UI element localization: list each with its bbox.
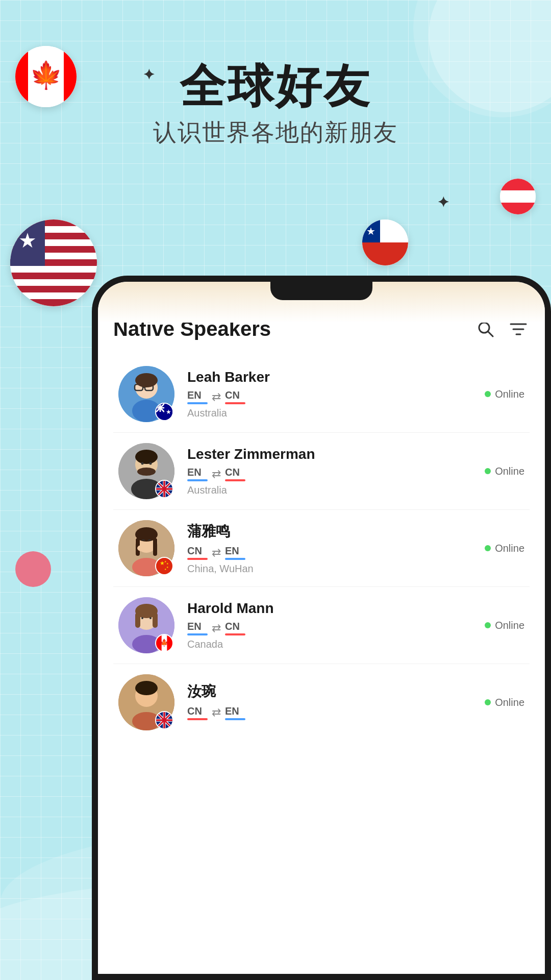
lang-arrow-icon: ⇄ xyxy=(212,622,221,635)
flag-usa: ★ xyxy=(10,219,97,306)
svg-point-77 xyxy=(149,617,152,619)
online-dot xyxy=(485,622,491,628)
deco-pink-circle xyxy=(15,551,51,587)
lang-line-from xyxy=(187,718,208,720)
svg-rect-9 xyxy=(10,273,97,279)
user-item[interactable]: ★ Leah Barker EN ⇄ xyxy=(113,356,530,433)
screen-content: Native Speakers xyxy=(98,282,545,974)
status-label: Online xyxy=(495,388,524,400)
svg-rect-74 xyxy=(153,612,158,628)
svg-point-32 xyxy=(135,373,158,387)
lang-line-to xyxy=(225,718,245,720)
user-location: China, WuHan xyxy=(187,563,485,575)
user-name: Lester Zimmerman xyxy=(187,446,485,462)
svg-point-47 xyxy=(149,462,152,465)
lang-line-from xyxy=(187,633,208,635)
user-name: 蒲雅鸣 xyxy=(187,522,485,541)
svg-rect-10 xyxy=(10,286,97,292)
lang-to: CN xyxy=(225,467,240,478)
online-dot xyxy=(485,545,491,551)
avatar-container xyxy=(118,674,174,730)
svg-point-76 xyxy=(141,617,143,619)
svg-point-62 xyxy=(137,545,145,551)
svg-rect-61 xyxy=(153,538,157,556)
user-info: 汝琬 CN ⇄ EN xyxy=(187,682,485,723)
lang-line-to xyxy=(225,633,245,635)
status-label: Online xyxy=(495,697,524,708)
sub-title: 认识世界各地的新朋友 xyxy=(0,117,551,149)
online-dot xyxy=(485,699,491,705)
flag-austria xyxy=(500,179,536,214)
online-status: Online xyxy=(485,388,524,400)
lang-from: EN xyxy=(187,389,202,401)
lang-to: EN xyxy=(225,705,239,717)
lang-from: EN xyxy=(187,467,202,478)
avatar-flag xyxy=(155,480,173,498)
status-label: Online xyxy=(495,465,524,477)
user-info: Leah Barker EN ⇄ CN Au xyxy=(187,369,485,419)
online-dot xyxy=(485,391,491,397)
online-dot xyxy=(485,468,491,474)
hero-section: 全球好友 认识世界各地的新朋友 xyxy=(0,61,551,149)
status-label: Online xyxy=(495,543,524,554)
user-info: 蒲雅鸣 CN ⇄ EN China, WuH xyxy=(187,522,485,575)
phone-screen: Native Speakers xyxy=(98,282,545,974)
user-location: Australia xyxy=(187,484,485,496)
avatar-container xyxy=(118,443,174,499)
online-status: Online xyxy=(485,620,524,631)
avatar-flag: 🍁 xyxy=(155,634,173,652)
online-status: Online xyxy=(485,543,524,554)
user-item[interactable]: ★ ★ ★ ★ ★ 蒲雅鸣 CN xyxy=(113,510,530,587)
user-location: Canada xyxy=(187,639,485,650)
lang-arrow-icon: ⇄ xyxy=(212,706,221,719)
lang-arrow-icon: ⇄ xyxy=(212,468,221,481)
lang-row: EN ⇄ CN xyxy=(187,467,485,481)
lang-row: CN ⇄ EN xyxy=(187,545,485,560)
lang-line-to xyxy=(225,558,245,560)
lang-line-from xyxy=(187,479,208,481)
avatar-container: ★ xyxy=(118,366,174,422)
lang-line-from xyxy=(187,402,208,404)
lang-arrow-icon: ⇄ xyxy=(212,546,221,559)
phone-frame: Native Speakers xyxy=(92,276,551,980)
user-item[interactable]: Lester Zimmerman EN ⇄ CN xyxy=(113,433,530,510)
user-info: Lester Zimmerman EN ⇄ CN xyxy=(187,446,485,496)
svg-point-43 xyxy=(137,468,156,476)
online-status: Online xyxy=(485,697,524,708)
user-name: Harold Mann xyxy=(187,600,485,617)
lang-arrow-icon: ⇄ xyxy=(212,390,221,404)
lang-line-to xyxy=(225,479,245,481)
lang-row: EN ⇄ CN xyxy=(187,621,485,635)
online-status: Online xyxy=(485,465,524,477)
avatar-container: 🍁 xyxy=(118,597,174,653)
lang-to: CN xyxy=(225,621,240,632)
avatar-flag: ★ ★ ★ ★ ★ xyxy=(155,557,173,575)
svg-line-22 xyxy=(488,331,493,336)
phone-notch xyxy=(270,282,372,300)
svg-point-44 xyxy=(135,450,158,464)
lang-line-from xyxy=(187,558,208,560)
user-info: Harold Mann EN ⇄ CN Ca xyxy=(187,600,485,650)
user-name: 汝琬 xyxy=(187,682,485,701)
svg-text:🍁: 🍁 xyxy=(160,638,169,647)
lang-to: CN xyxy=(225,389,240,401)
main-title: 全球好友 xyxy=(0,61,551,112)
svg-rect-73 xyxy=(135,612,140,628)
lang-row: CN ⇄ EN xyxy=(187,705,485,720)
lang-from: CN xyxy=(187,705,202,717)
sparkle-2: ✦ xyxy=(437,194,449,211)
user-list: ★ Leah Barker EN ⇄ xyxy=(113,356,530,741)
svg-text:★: ★ xyxy=(166,408,171,415)
user-item[interactable]: 🍁 Harold Mann EN ⇄ xyxy=(113,587,530,664)
user-item[interactable]: 汝琬 CN ⇄ EN xyxy=(113,664,530,741)
status-label: Online xyxy=(495,620,524,631)
lang-from: EN xyxy=(187,621,202,632)
user-name: Leah Barker xyxy=(187,369,485,385)
flag-chile: ★ xyxy=(362,219,408,265)
avatar-flag: ★ xyxy=(155,403,173,421)
user-location: Australia xyxy=(187,407,485,419)
svg-point-46 xyxy=(141,462,144,465)
lang-line-to xyxy=(225,402,245,404)
avatar-container: ★ ★ ★ ★ ★ xyxy=(118,520,174,576)
lang-to: EN xyxy=(225,545,239,556)
